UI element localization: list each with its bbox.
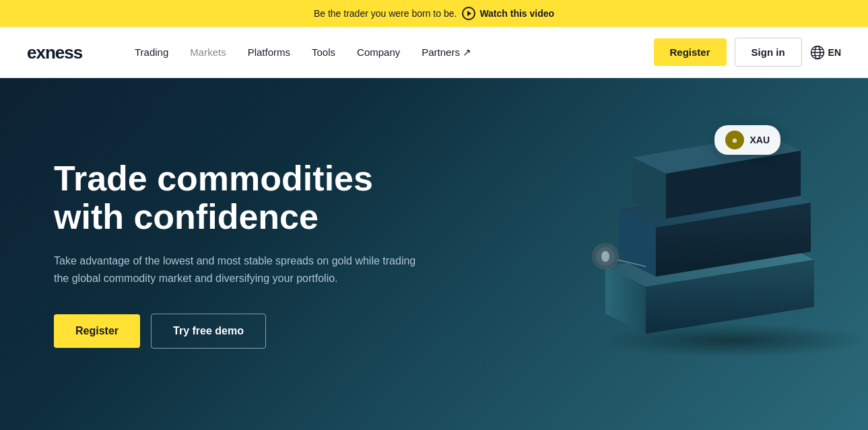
play-icon bbox=[462, 7, 475, 20]
svg-text:exness: exness bbox=[27, 42, 83, 63]
signin-button[interactable]: Sign in bbox=[735, 38, 802, 67]
xau-label: XAU bbox=[749, 135, 770, 145]
hero-title: Trade commodities with confidence bbox=[54, 159, 418, 236]
navbar: exness Trading Markets Platforms Tools C… bbox=[0, 27, 868, 78]
gold-bars-illustration bbox=[545, 78, 868, 361]
hero-content: Trade commodities with confidence Take a… bbox=[0, 119, 471, 390]
language-selector[interactable]: EN bbox=[810, 45, 841, 60]
lang-label: EN bbox=[828, 47, 841, 58]
register-button[interactable]: Register bbox=[654, 38, 727, 66]
hero-buttons: Register Try free demo bbox=[54, 314, 418, 349]
nav-platforms[interactable]: Platforms bbox=[248, 46, 290, 58]
logo[interactable]: exness bbox=[27, 42, 108, 63]
svg-text:⊕: ⊕ bbox=[732, 137, 737, 144]
nav-markets[interactable]: Markets bbox=[190, 46, 226, 58]
hero-visual: ⊕ XAU bbox=[477, 78, 868, 430]
nav-actions: Register Sign in EN bbox=[654, 38, 841, 67]
xau-symbol: ⊕ bbox=[729, 134, 741, 146]
hero-subtitle: Take advantage of the lowest and most st… bbox=[54, 252, 418, 287]
globe-icon bbox=[810, 45, 825, 60]
nav-partners[interactable]: Partners ↗ bbox=[422, 46, 471, 59]
nav-trading[interactable]: Trading bbox=[135, 46, 168, 58]
svg-point-20 bbox=[601, 251, 609, 262]
announcement-text: Be the trader you were born to be. bbox=[314, 8, 457, 19]
xau-icon: ⊕ bbox=[725, 131, 744, 149]
xau-tooltip: ⊕ XAU bbox=[714, 125, 780, 155]
nav-links: Trading Markets Platforms Tools Company … bbox=[135, 46, 654, 59]
hero-section: Trade commodities with confidence Take a… bbox=[0, 78, 868, 430]
hero-demo-button[interactable]: Try free demo bbox=[151, 314, 266, 349]
announcement-bar: Be the trader you were born to be. Watch… bbox=[0, 0, 868, 27]
hero-register-button[interactable]: Register bbox=[54, 314, 140, 348]
logo-svg: exness bbox=[27, 42, 108, 63]
nav-company[interactable]: Company bbox=[357, 46, 400, 58]
watch-video-link[interactable]: Watch this video bbox=[462, 7, 554, 20]
watch-video-label: Watch this video bbox=[479, 8, 554, 19]
nav-tools[interactable]: Tools bbox=[312, 46, 335, 58]
